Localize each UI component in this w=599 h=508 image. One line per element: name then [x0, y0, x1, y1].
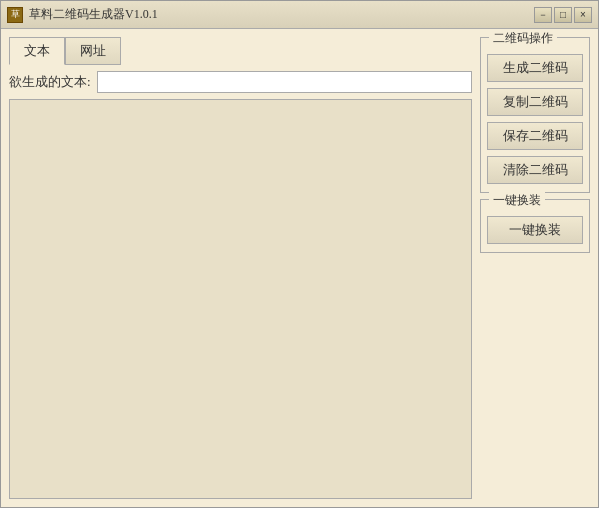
quick-change-button[interactable]: 一键换装: [487, 216, 583, 244]
input-label: 欲生成的文本:: [9, 73, 91, 91]
qr-preview-area: [9, 99, 472, 499]
title-bar: 草 草料二维码生成器V1.0.1 － □ ×: [1, 1, 598, 29]
generate-button[interactable]: 生成二维码: [487, 54, 583, 82]
close-button[interactable]: ×: [574, 7, 592, 23]
maximize-button[interactable]: □: [554, 7, 572, 23]
input-row: 欲生成的文本:: [9, 71, 472, 93]
tab-url[interactable]: 网址: [65, 37, 121, 65]
right-panel: 二维码操作 生成二维码 复制二维码 保存二维码 清除二维码 一键换装 一键换装: [480, 37, 590, 499]
copy-button[interactable]: 复制二维码: [487, 88, 583, 116]
main-content: 文本 网址 欲生成的文本: 二维码操作 生成二维码 复制二维码 保存二维码: [1, 29, 598, 507]
text-input[interactable]: [97, 71, 472, 93]
tab-text[interactable]: 文本: [9, 37, 65, 65]
left-panel: 文本 网址 欲生成的文本:: [9, 37, 472, 499]
quick-group-title: 一键换装: [489, 192, 545, 209]
tab-bar: 文本 网址: [9, 37, 472, 65]
qr-group-title: 二维码操作: [489, 30, 557, 47]
minimize-button[interactable]: －: [534, 7, 552, 23]
clear-button[interactable]: 清除二维码: [487, 156, 583, 184]
qr-operations-group: 二维码操作 生成二维码 复制二维码 保存二维码 清除二维码: [480, 37, 590, 193]
window-controls: － □ ×: [534, 7, 592, 23]
quick-change-group: 一键换装 一键换装: [480, 199, 590, 253]
save-button[interactable]: 保存二维码: [487, 122, 583, 150]
app-icon: 草: [7, 7, 23, 23]
window-title: 草料二维码生成器V1.0.1: [29, 6, 534, 23]
main-window: 草 草料二维码生成器V1.0.1 － □ × 文本 网址 欲生成的文本:: [0, 0, 599, 508]
